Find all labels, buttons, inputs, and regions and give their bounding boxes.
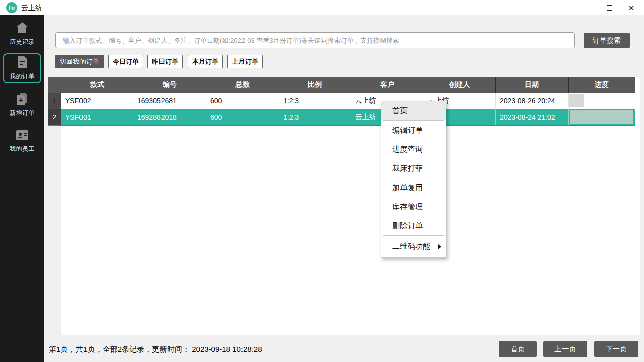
table-header-gutter xyxy=(48,77,61,93)
table-header-date: 日期 xyxy=(496,77,569,93)
sidebar-item-label: 新增订单 xyxy=(10,109,35,117)
cell-total: 600 xyxy=(206,93,279,109)
cell-style: YSF001 xyxy=(61,109,133,125)
table-header-creator: 创建人 xyxy=(424,77,496,93)
filter-this-month-orders[interactable]: 本月订单 xyxy=(188,55,223,68)
window-titlebar: Fo 云上纺 ✕ xyxy=(0,0,644,15)
filter-last-month-orders[interactable]: 上月订单 xyxy=(227,55,263,68)
close-icon: ✕ xyxy=(628,4,635,12)
pagination-status-text: 第1页，共1页，全部2条记录，更新时间： 2023-09-18 10:28:28 xyxy=(49,345,262,354)
filter-today-orders[interactable]: 今日订单 xyxy=(108,55,143,68)
order-search-button[interactable]: 订单搜索 xyxy=(584,33,630,48)
cell-progress xyxy=(569,93,635,109)
order-document-icon xyxy=(16,56,28,69)
table-header-customer: 客户 xyxy=(351,77,424,93)
menu-item-progress-query[interactable]: 进度查询 xyxy=(381,140,446,159)
table-row[interactable]: 1 YSF002 1693052681 600 1:2:3 云上纺 云上纺 20… xyxy=(48,93,635,109)
row-number-gutter xyxy=(48,126,61,335)
first-page-button[interactable]: 首页 xyxy=(499,341,537,357)
sidebar-item-label: 我的订单 xyxy=(10,72,35,81)
next-page-button[interactable]: 下一页 xyxy=(594,341,638,357)
sidebar-item-my-employees[interactable]: 我的员工 xyxy=(3,126,41,156)
cell-style: YSF002 xyxy=(61,93,133,109)
table-header-row: 款式 编号 总数 比例 客户 创建人 日期 进度 xyxy=(48,77,635,93)
app-window: Fo 云上纺 ✕ 历史记录 我的订单 xyxy=(0,0,644,362)
menu-item-cutting-ticket[interactable]: 裁床打菲 xyxy=(381,159,446,178)
submenu-arrow-icon xyxy=(438,244,441,249)
cell-code: 1693052681 xyxy=(133,93,206,109)
row-number: 1 xyxy=(48,93,61,109)
sidebar: 历史记录 我的订单 新增订单 xyxy=(0,15,44,362)
cell-ratio: 1:2:3 xyxy=(279,93,351,109)
sidebar-item-new-order[interactable]: 新增订单 xyxy=(3,89,41,120)
cell-total: 600 xyxy=(206,109,279,125)
app-logo-icon: Fo xyxy=(6,2,17,13)
app-logo-text: Fo xyxy=(9,5,15,11)
cell-date: 2023-08-24 21:02 xyxy=(496,109,569,125)
sidebar-item-label: 我的员工 xyxy=(10,145,35,153)
table-header-ratio: 比例 xyxy=(279,77,351,93)
menu-item-inventory-management[interactable]: 库存管理 xyxy=(381,197,446,216)
minimize-icon xyxy=(584,8,590,8)
home-icon xyxy=(15,21,29,34)
menu-item-qrcode-functions[interactable]: 二维码功能 xyxy=(381,236,446,257)
row-number: 2 xyxy=(48,109,61,125)
menu-item-home[interactable]: 首页 xyxy=(381,101,446,120)
maximize-button[interactable] xyxy=(598,0,621,15)
employee-badge-icon xyxy=(15,129,29,141)
filter-back-to-my-orders[interactable]: 切回我的订单 xyxy=(55,55,104,68)
filter-yesterday-orders[interactable]: 昨日订单 xyxy=(147,55,183,68)
context-menu: 首页 编辑订单 进度查询 裁床打菲 加单复用 库存管理 删除订单 二维码功能 xyxy=(381,101,446,258)
menu-item-edit-order[interactable]: 编辑订单 xyxy=(381,121,446,140)
table-header-code: 编号 xyxy=(133,77,206,93)
menu-item-delete-order[interactable]: 删除订单 xyxy=(381,216,446,235)
table-header-progress: 进度 xyxy=(569,77,635,93)
table-header-style: 款式 xyxy=(61,77,133,93)
cell-ratio: 1:2:3 xyxy=(279,109,351,125)
cell-code: 1692882018 xyxy=(133,109,206,125)
cell-progress xyxy=(569,109,635,125)
minimize-button[interactable] xyxy=(576,0,599,15)
maximize-icon xyxy=(607,5,612,11)
progress-bar xyxy=(570,110,633,124)
progress-bar xyxy=(569,94,584,107)
prev-page-button[interactable]: 上一页 xyxy=(543,341,587,357)
sidebar-item-history[interactable]: 历史记录 xyxy=(3,19,41,49)
sidebar-item-label: 历史记录 xyxy=(10,38,35,46)
window-title: 云上纺 xyxy=(21,4,42,13)
cell-date: 2023-08-26 20:24 xyxy=(496,93,569,109)
close-button[interactable]: ✕ xyxy=(620,0,643,15)
search-input[interactable] xyxy=(55,32,575,48)
menu-item-add-order-reuse[interactable]: 加单复用 xyxy=(381,178,446,197)
new-order-icon xyxy=(16,92,29,105)
menu-item-label: 二维码功能 xyxy=(392,242,430,251)
table-row-selected[interactable]: 2 YSF001 1692882018 600 1:2:3 云上纺 2023-0… xyxy=(48,109,635,126)
sidebar-item-my-orders[interactable]: 我的订单 xyxy=(3,53,41,83)
table-header-total: 总数 xyxy=(206,77,279,93)
